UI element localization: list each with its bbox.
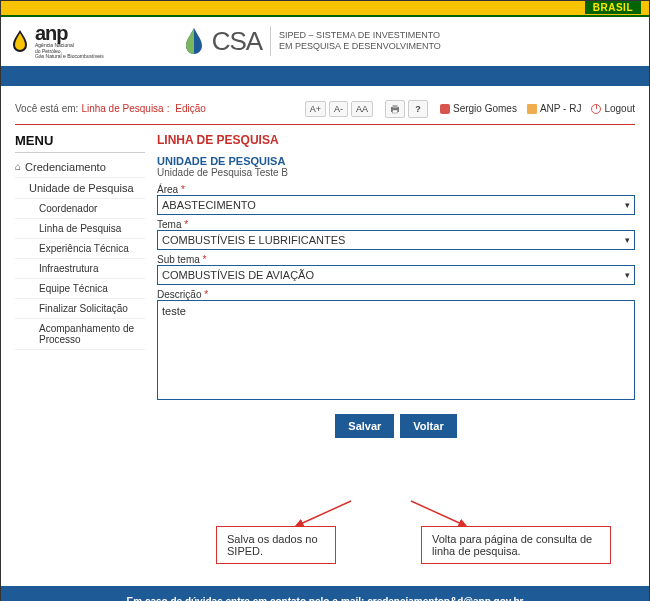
- chevron-down-icon: ▾: [625, 235, 630, 245]
- footer-text: Em caso de dúvidas entre em contato pelo…: [127, 596, 368, 602]
- header: anp Agência Nacional do Petróleo, Gás Na…: [1, 17, 649, 66]
- breadcrumb-link-1[interactable]: Linha de Pesquisa: [81, 103, 163, 114]
- csa-drop-icon: [184, 27, 204, 55]
- anp-sub3: Gás Natural e Biocombustíveis: [35, 54, 104, 60]
- svg-line-4: [411, 501, 466, 526]
- chevron-down-icon: ▾: [625, 270, 630, 280]
- help-icon[interactable]: ?: [408, 100, 428, 118]
- area-select[interactable]: ABASTECIMENTO▾: [157, 195, 635, 215]
- anp-name: anp: [35, 22, 68, 44]
- print-icon[interactable]: [385, 100, 405, 118]
- csa-logo: CSA SIPED – SISTEMA DE INVESTIMENTO EM P…: [184, 26, 441, 57]
- chevron-down-icon: ▾: [625, 200, 630, 210]
- tema-select[interactable]: COMBUSTÍVEIS E LUBRIFICANTES▾: [157, 230, 635, 250]
- blue-nav-bar: [1, 66, 649, 86]
- csa-line2: EM PESQUISA E DESENVOLVIMENTO: [279, 41, 441, 52]
- svg-rect-1: [392, 105, 397, 108]
- org-icon: [527, 104, 537, 114]
- font-decrease-button[interactable]: A-: [329, 101, 348, 117]
- section-title: UNIDADE DE PESQUISA: [157, 155, 635, 167]
- separator-line: [15, 124, 635, 125]
- form-area: LINHA DE PESQUISA UNIDADE DE PESQUISA Un…: [157, 133, 635, 438]
- menu-infraestrutura[interactable]: Infraestrutura: [15, 259, 145, 279]
- svg-rect-2: [392, 110, 397, 113]
- brasil-label[interactable]: BRASIL: [585, 1, 641, 14]
- top-toolbar: A+ A- AA ? Sergio Gomes ANP - RJ Logout: [305, 100, 635, 118]
- logout-button[interactable]: Logout: [591, 103, 635, 114]
- user-icon: [440, 104, 450, 114]
- footer: Em caso de dúvidas entre em contato pelo…: [1, 586, 649, 602]
- annotation-save: Salva os dados no SIPED.: [216, 526, 336, 564]
- menu-acompanhamento[interactable]: Acompanhamento de Processo: [15, 319, 145, 350]
- subtema-select[interactable]: COMBUSTÍVEIS DE AVIAÇÃO▾: [157, 265, 635, 285]
- font-reset-button[interactable]: AA: [351, 101, 373, 117]
- tema-label: Tema *: [157, 219, 635, 230]
- breadcrumb-label: Você está em:: [15, 103, 78, 114]
- menu-coordenador[interactable]: Coordenador: [15, 199, 145, 219]
- area-label: Área *: [157, 184, 635, 195]
- home-icon: ⌂: [15, 161, 21, 172]
- csa-line1: SIPED – SISTEMA DE INVESTIMENTO: [279, 30, 441, 41]
- save-button[interactable]: Salvar: [335, 414, 394, 438]
- breadcrumb-row: Você está em: Linha de Pesquisa : Edição…: [15, 100, 635, 118]
- anp-logo: anp Agência Nacional do Petróleo, Gás Na…: [11, 23, 104, 60]
- descricao-textarea[interactable]: [157, 300, 635, 400]
- menu-experiencia[interactable]: Experiência Técnica: [15, 239, 145, 259]
- side-menu: MENU ⌂Credenciamento Unidade de Pesquisa…: [15, 133, 145, 438]
- page-title: LINHA DE PESQUISA: [157, 133, 635, 147]
- menu-finalizar[interactable]: Finalizar Solicitação: [15, 299, 145, 319]
- menu-unidade[interactable]: Unidade de Pesquisa: [15, 178, 145, 199]
- csa-name: CSA: [212, 26, 262, 57]
- menu-credenciamento[interactable]: ⌂Credenciamento: [15, 157, 145, 178]
- section-subtitle: Unidade de Pesquisa Teste B: [157, 167, 635, 178]
- org-badge[interactable]: ANP - RJ: [527, 103, 582, 114]
- menu-linha-pesquisa[interactable]: Linha de Pesquisa: [15, 219, 145, 239]
- anp-drop-icon: [11, 29, 29, 53]
- font-increase-button[interactable]: A+: [305, 101, 326, 117]
- logout-icon: [591, 104, 601, 114]
- annotation-back: Volta para página de consulta de linha d…: [421, 526, 611, 564]
- menu-equipe[interactable]: Equipe Técnica: [15, 279, 145, 299]
- user-badge[interactable]: Sergio Gomes: [440, 103, 517, 114]
- svg-line-3: [296, 501, 351, 526]
- back-button[interactable]: Voltar: [400, 414, 456, 438]
- footer-email: credenciamentop&d@anp.gov.br: [367, 596, 523, 602]
- brasil-top-bar: BRASIL: [1, 1, 649, 17]
- breadcrumb-link-2[interactable]: Edição: [175, 103, 206, 114]
- subtema-label: Sub tema *: [157, 254, 635, 265]
- descricao-label: Descrição *: [157, 289, 635, 300]
- menu-title: MENU: [15, 133, 145, 153]
- csa-divider: [270, 26, 271, 56]
